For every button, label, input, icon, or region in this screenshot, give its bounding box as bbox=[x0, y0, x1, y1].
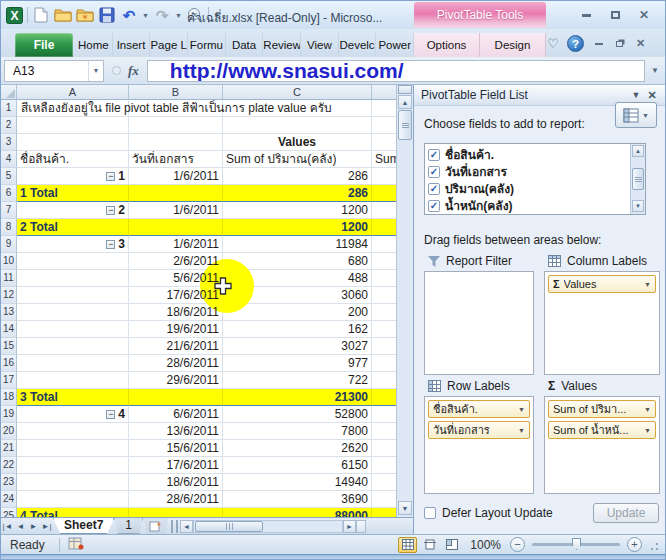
panel-menu-icon[interactable]: ▼ bbox=[628, 90, 644, 100]
cell-D25[interactable] bbox=[372, 508, 396, 517]
resize-grip[interactable] bbox=[649, 539, 659, 551]
cell-B19[interactable]: 6/6/2011 bbox=[129, 406, 223, 423]
record-macro-icon[interactable] bbox=[68, 537, 84, 553]
split-handle[interactable] bbox=[398, 85, 412, 94]
area-field-button[interactable]: ชื่อสินค้า.▼ bbox=[428, 400, 530, 418]
cell-B4[interactable]: วันที่เอกสาร▼ bbox=[129, 151, 223, 168]
row-number-15[interactable]: 15 bbox=[1, 338, 17, 355]
area-field-button[interactable]: ΣValues▼ bbox=[548, 275, 656, 293]
cell-D24[interactable] bbox=[372, 491, 396, 508]
tab-file[interactable]: File bbox=[15, 33, 73, 57]
cell-B15[interactable]: 21/6/2011 bbox=[129, 338, 223, 355]
field-item-3[interactable]: ✓น้ำหนัก(คลัง) bbox=[428, 197, 630, 214]
cell-C25[interactable]: 88000 bbox=[223, 508, 372, 517]
column-header-A[interactable]: A bbox=[17, 85, 129, 99]
cell-D2[interactable] bbox=[372, 117, 396, 134]
cell-C18[interactable]: 21300 bbox=[223, 389, 372, 406]
heart-icon[interactable]: ♡ bbox=[547, 36, 559, 51]
zoom-level[interactable]: 100% bbox=[470, 538, 501, 552]
insert-function-icon[interactable]: fx bbox=[128, 63, 139, 79]
cell-C22[interactable]: 6150 bbox=[223, 457, 372, 474]
row-number-2[interactable]: 2 bbox=[1, 117, 17, 134]
tab-develc[interactable]: Develc bbox=[339, 33, 377, 57]
cell-B8[interactable] bbox=[129, 219, 223, 236]
cell-A10[interactable] bbox=[17, 253, 129, 270]
cell-D20[interactable] bbox=[372, 423, 396, 440]
cell-A19[interactable]: −4 bbox=[17, 406, 129, 423]
sheet-tab-1[interactable]: 1 bbox=[114, 518, 143, 534]
zoom-in-icon[interactable]: + bbox=[627, 537, 642, 552]
cell-A25[interactable]: 4 Total bbox=[17, 508, 129, 517]
chevron-down-icon[interactable]: ▼ bbox=[518, 406, 525, 413]
cell-D4[interactable]: Sum of น้ำหนัก(คลัง) bbox=[372, 151, 396, 168]
chevron-down-icon[interactable]: ▼ bbox=[644, 406, 651, 413]
open-folder-icon[interactable] bbox=[54, 6, 72, 24]
area-field-button[interactable]: วันที่เอกสาร▼ bbox=[428, 421, 530, 439]
redo-dropdown-icon[interactable]: ▼ bbox=[175, 12, 182, 19]
cell-D14[interactable] bbox=[372, 321, 396, 338]
cell-B13[interactable]: 18/6/2011 bbox=[129, 304, 223, 321]
cell-A11[interactable] bbox=[17, 270, 129, 287]
cell-A7[interactable]: −2 bbox=[17, 202, 129, 219]
cell-B10[interactable]: 2/6/2011 bbox=[129, 253, 223, 270]
redo-icon[interactable]: ↷ bbox=[153, 6, 171, 24]
cell-A24[interactable] bbox=[17, 491, 129, 508]
row-number-7[interactable]: 7 bbox=[1, 202, 17, 219]
restore-workbook-icon[interactable] bbox=[613, 38, 626, 50]
cell-B24[interactable]: 28/6/2011 bbox=[129, 491, 223, 508]
column-labels-area[interactable]: ΣValues▼ bbox=[544, 271, 660, 375]
cell-B9[interactable]: 1/6/2011 bbox=[129, 236, 223, 253]
cell-B11[interactable]: 5/6/2011 bbox=[129, 270, 223, 287]
field-item-0[interactable]: ✓ชื่อสินค้า. bbox=[428, 146, 630, 163]
tab-view[interactable]: View bbox=[301, 33, 339, 57]
cell-A23[interactable] bbox=[17, 474, 129, 491]
formula-input[interactable]: http://www.snasui.com/ bbox=[147, 60, 645, 82]
cell-C15[interactable]: 3027 bbox=[223, 338, 372, 355]
cell-D18[interactable] bbox=[372, 389, 396, 406]
scroll-down-icon[interactable]: ▼ bbox=[632, 200, 644, 212]
row-number-6[interactable]: 6 bbox=[1, 185, 17, 202]
sheet-tab-sheet7[interactable]: Sheet7 bbox=[53, 518, 114, 534]
row-number-23[interactable]: 23 bbox=[1, 474, 17, 491]
cell-A16[interactable] bbox=[17, 355, 129, 372]
cell-A1[interactable]: สีเหลืองยังอยู่ใน file pivot table สีฟ้า… bbox=[17, 100, 129, 117]
cell-B21[interactable]: 15/6/2011 bbox=[129, 440, 223, 457]
row-number-1[interactable]: 1 bbox=[1, 100, 17, 117]
column-header-C[interactable]: C bbox=[223, 85, 372, 99]
cell-B14[interactable]: 19/6/2011 bbox=[129, 321, 223, 338]
cell-B22[interactable]: 17/6/2011 bbox=[129, 457, 223, 474]
area-field-button[interactable]: Sum of ปริมา...▼ bbox=[548, 400, 656, 418]
tab-insert[interactable]: Insert bbox=[113, 33, 151, 57]
zoom-slider[interactable] bbox=[532, 543, 620, 546]
name-box[interactable]: A13 ▼ bbox=[4, 60, 104, 82]
report-filter-area[interactable] bbox=[424, 271, 534, 375]
cell-C6[interactable]: 286 bbox=[223, 185, 372, 202]
cell-B2[interactable] bbox=[129, 117, 223, 134]
last-sheet-icon[interactable]: ►| bbox=[40, 520, 53, 533]
cell-C13[interactable]: 200 bbox=[223, 304, 372, 321]
restore-window-icon[interactable] bbox=[608, 9, 622, 21]
cell-D13[interactable] bbox=[372, 304, 396, 321]
cell-D17[interactable] bbox=[372, 372, 396, 389]
cell-D22[interactable] bbox=[372, 457, 396, 474]
cell-C16[interactable]: 977 bbox=[223, 355, 372, 372]
area-field-button[interactable]: Sum of น้ำหนั...▼ bbox=[548, 421, 656, 439]
cell-D6[interactable] bbox=[372, 185, 396, 202]
field-checkbox[interactable]: ✓ bbox=[428, 183, 440, 195]
defer-layout-checkbox[interactable] bbox=[424, 507, 436, 519]
favorites-folder-icon[interactable]: ✶ bbox=[76, 6, 94, 24]
cell-A9[interactable]: −3 bbox=[17, 236, 129, 253]
cell-C4[interactable]: Sum of ปริมาณ(คลัง)▼ bbox=[223, 151, 372, 168]
cell-D12[interactable] bbox=[372, 287, 396, 304]
cell-C9[interactable]: 11984 bbox=[223, 236, 372, 253]
row-number-17[interactable]: 17 bbox=[1, 372, 17, 389]
row-number-12[interactable]: 12 bbox=[1, 287, 17, 304]
cell-C23[interactable]: 14940 bbox=[223, 474, 372, 491]
chevron-down-icon[interactable]: ▼ bbox=[644, 281, 651, 288]
row-number-21[interactable]: 21 bbox=[1, 440, 17, 457]
field-scroll-thumb[interactable] bbox=[632, 168, 644, 190]
cell-A20[interactable] bbox=[17, 423, 129, 440]
column-header-B[interactable]: B bbox=[129, 85, 223, 99]
tab-formu[interactable]: Formu bbox=[188, 33, 226, 57]
cell-A8[interactable]: 2 Total bbox=[17, 219, 129, 236]
